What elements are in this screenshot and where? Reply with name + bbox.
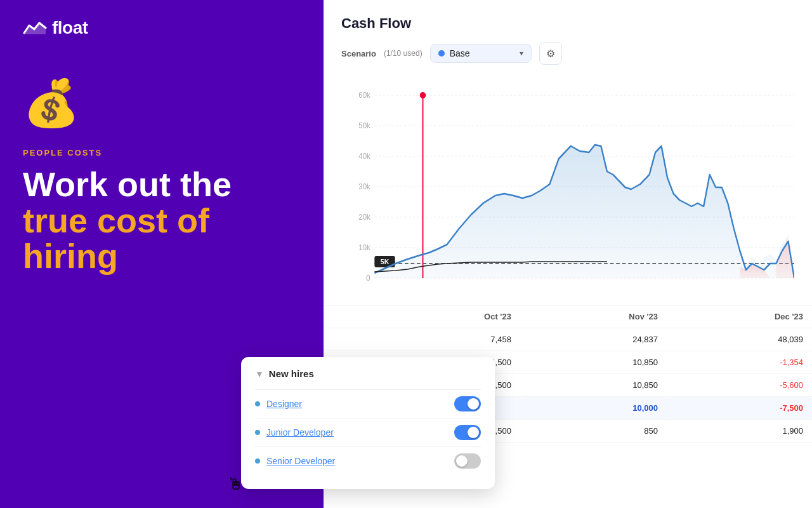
hire-link-designer[interactable]: Designer bbox=[266, 399, 302, 409]
hire-row-designer: Designer bbox=[255, 389, 481, 418]
col-header-dec: Dec '23 bbox=[667, 305, 812, 328]
cell-dec-2: -1,354 bbox=[667, 351, 812, 374]
cell-nov-5: 850 bbox=[520, 420, 667, 443]
table-header-row: Oct '23 Nov '23 Dec '23 bbox=[324, 305, 812, 328]
chart-title: Cash Flow bbox=[341, 15, 794, 32]
headline-line2: true cost of bbox=[23, 203, 301, 239]
scenario-name: Base bbox=[450, 48, 514, 58]
new-hires-header: ▼ New hires bbox=[255, 368, 481, 379]
cash-flow-chart: 60k 50k 40k 30k 20k 10k 0 5K bbox=[341, 76, 794, 305]
cell-nov-3: 10,850 bbox=[520, 374, 667, 397]
logo-icon bbox=[23, 19, 47, 37]
scenario-select[interactable]: Base ▾ bbox=[430, 44, 532, 63]
col-header-oct: Oct '23 bbox=[379, 305, 520, 328]
col-header-label bbox=[324, 305, 379, 328]
cell-dec-4: -7,500 bbox=[667, 397, 812, 420]
wallet-emoji: 💰 bbox=[23, 76, 301, 130]
headline: Work out the true cost of hiring bbox=[23, 166, 301, 274]
logo: float bbox=[23, 18, 301, 38]
svg-point-18 bbox=[420, 92, 426, 98]
logo-text: float bbox=[52, 18, 88, 38]
headline-line3: hiring bbox=[23, 238, 301, 274]
new-hires-popup: ▼ New hires Designer Junior Developer bbox=[241, 357, 495, 489]
cell-dec-3: -5,600 bbox=[667, 374, 812, 397]
svg-text:20k: 20k bbox=[358, 213, 370, 221]
collapse-icon[interactable]: ▼ bbox=[255, 369, 264, 379]
svg-text:0: 0 bbox=[366, 274, 370, 282]
cell-nov-1: 24,837 bbox=[520, 328, 667, 351]
scenario-count: (1/10 used) bbox=[384, 49, 422, 58]
chart-svg: 60k 50k 40k 30k 20k 10k 0 5K bbox=[341, 76, 794, 305]
hire-dot-designer bbox=[255, 401, 260, 406]
cell-dec-1: 48,039 bbox=[667, 328, 812, 351]
cell-nov-4: 10,000 bbox=[520, 397, 667, 420]
chart-section: Cash Flow Scenario (1/10 used) Base ▾ ⚙ bbox=[324, 0, 812, 305]
hire-dot-junior-dev bbox=[255, 430, 260, 435]
svg-text:5K: 5K bbox=[381, 258, 390, 265]
row-label-1 bbox=[324, 328, 379, 351]
scenario-label: Scenario bbox=[341, 49, 376, 58]
table-row: 7,458 24,837 48,039 bbox=[324, 328, 812, 351]
hire-row-junior-developer: Junior Developer bbox=[255, 418, 481, 446]
hire-row-senior-developer: Senior Developer bbox=[255, 446, 481, 475]
scenario-dot bbox=[438, 50, 445, 57]
cell-nov-2: 10,850 bbox=[520, 351, 667, 374]
cell-dec-5: 1,900 bbox=[667, 420, 812, 443]
chevron-down-icon: ▾ bbox=[520, 49, 523, 58]
gear-button[interactable]: ⚙ bbox=[539, 42, 562, 65]
toggle-junior-developer[interactable] bbox=[454, 425, 481, 440]
new-hires-title: New hires bbox=[269, 368, 314, 379]
left-panel: float 💰 PEOPLE COSTS Work out the true c… bbox=[0, 0, 324, 508]
headline-line1: Work out the bbox=[23, 165, 232, 203]
scenario-bar: Scenario (1/10 used) Base ▾ ⚙ bbox=[341, 42, 794, 65]
svg-text:10k: 10k bbox=[358, 243, 370, 251]
hire-dot-senior-dev bbox=[255, 458, 260, 464]
toggle-senior-developer[interactable] bbox=[454, 453, 481, 469]
hire-link-senior-developer[interactable]: Senior Developer bbox=[266, 456, 335, 466]
col-header-nov: Nov '23 bbox=[520, 305, 667, 328]
cell-oct-1: 7,458 bbox=[379, 328, 520, 351]
svg-text:50k: 50k bbox=[358, 121, 370, 130]
people-costs-label: PEOPLE COSTS bbox=[23, 148, 301, 157]
toggle-designer[interactable] bbox=[454, 396, 481, 411]
svg-text:60k: 60k bbox=[358, 91, 370, 99]
svg-text:30k: 30k bbox=[358, 182, 370, 190]
hire-link-junior-developer[interactable]: Junior Developer bbox=[266, 427, 334, 438]
svg-text:40k: 40k bbox=[358, 152, 370, 160]
